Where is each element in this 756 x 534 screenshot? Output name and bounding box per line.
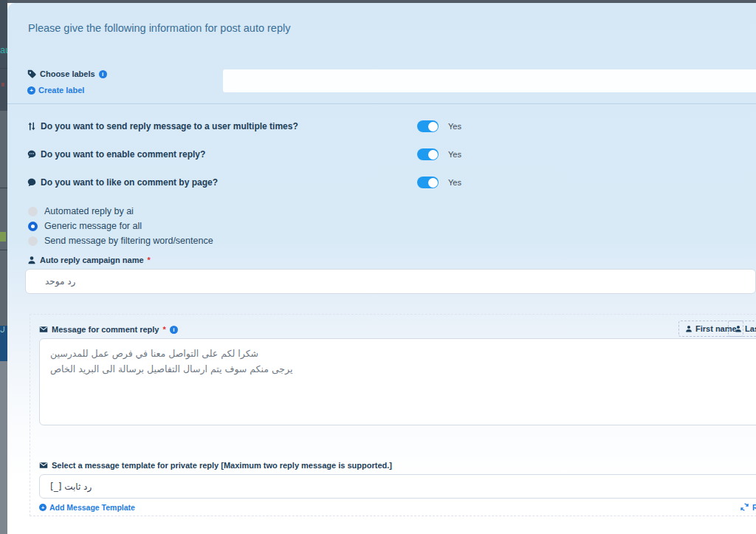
post-auto-reply-modal: Please give the following information fo… bbox=[7, 3, 756, 534]
create-label-link[interactable]: + Create label bbox=[27, 86, 84, 95]
person-icon bbox=[735, 325, 742, 332]
envelope-icon bbox=[39, 461, 48, 470]
screen: au ل Please give the following informati… bbox=[0, 0, 756, 534]
sort-arrows-icon bbox=[27, 122, 36, 131]
create-label-text: Create label bbox=[38, 86, 84, 95]
refresh-link[interactable]: Refresh bbox=[740, 503, 756, 512]
campaign-name-input[interactable] bbox=[25, 269, 756, 294]
refresh-text: Refresh bbox=[752, 503, 756, 512]
comment-reply-textarea[interactable]: شكرا لكم على التواصل معنا في فرص عمل للم… bbox=[39, 338, 756, 425]
required-asterisk: * bbox=[148, 256, 151, 264]
toggle-multiple-times[interactable] bbox=[417, 120, 439, 132]
add-message-template-link[interactable]: + Add Message Template bbox=[39, 503, 135, 512]
section-divider bbox=[7, 103, 756, 104]
add-template-text: Add Message Template bbox=[49, 503, 135, 512]
background-sidebar-strip: au ل bbox=[0, 0, 7, 534]
radio-icon bbox=[28, 236, 38, 246]
toggle-multiple-times-state: Yes bbox=[448, 120, 461, 132]
radio-selected-icon bbox=[28, 222, 38, 231]
sidebar-navy-item: ل bbox=[0, 326, 7, 361]
comment-reply-label: Message for comment reply * i bbox=[39, 325, 178, 334]
required-asterisk: * bbox=[163, 325, 166, 334]
radio-label: Send message by filtering word/sentence bbox=[44, 236, 213, 246]
tag-icon bbox=[27, 69, 36, 78]
sidebar-green-item bbox=[0, 232, 6, 242]
sidebar-divider bbox=[0, 68, 7, 69]
question-comment-reply: Do you want to enable comment reply? bbox=[27, 148, 205, 161]
template-selected-value: [_] رد ثابت bbox=[50, 482, 92, 492]
plus-icon: + bbox=[39, 504, 47, 511]
insert-last-name-button[interactable]: Last name bbox=[728, 321, 756, 337]
comment-reply-text: Message for comment reply bbox=[52, 325, 159, 334]
comment-icon bbox=[27, 178, 36, 187]
question-text: Do you want to send reply message to a u… bbox=[41, 121, 298, 131]
template-select-text: Select a message template for private re… bbox=[52, 461, 392, 470]
refresh-icon bbox=[740, 503, 749, 512]
question-text: Do you want to like on comment by page? bbox=[41, 177, 218, 188]
insert-last-name-label: Last name bbox=[745, 324, 756, 333]
radio-option-generic-message[interactable]: Generic message for all bbox=[28, 220, 142, 232]
sidebar-segment bbox=[0, 361, 7, 534]
question-text: Do you want to enable comment reply? bbox=[41, 149, 205, 160]
toggle-knob bbox=[428, 122, 438, 131]
sidebar-divider bbox=[0, 250, 7, 250]
choose-labels-text: Choose labels bbox=[40, 69, 95, 78]
toggle-like-comment-state: Yes bbox=[448, 177, 461, 188]
info-icon[interactable]: i bbox=[170, 326, 178, 334]
comment-reply-section: Message for comment reply * i First name… bbox=[30, 314, 756, 516]
radio-label: Automated reply by ai bbox=[44, 206, 134, 216]
template-select-label: Select a message template for private re… bbox=[39, 461, 392, 470]
choose-labels-label: Choose labels i bbox=[27, 69, 107, 78]
toggle-comment-reply[interactable] bbox=[417, 148, 439, 160]
question-multiple-times: Do you want to send reply message to a u… bbox=[27, 120, 298, 133]
toggle-knob bbox=[428, 178, 438, 188]
labels-select[interactable] bbox=[223, 69, 756, 92]
toggle-comment-reply-state: Yes bbox=[448, 148, 461, 160]
person-icon bbox=[27, 256, 36, 264]
info-icon[interactable]: i bbox=[99, 70, 107, 78]
sidebar-dot bbox=[1, 83, 4, 86]
plus-icon: + bbox=[27, 86, 35, 95]
sidebar-text-fragment: au bbox=[0, 44, 7, 55]
template-select[interactable]: [_] رد ثابت bbox=[39, 474, 756, 499]
modal-title: Please give the following information fo… bbox=[28, 22, 290, 34]
question-like-comment: Do you want to like on comment by page? bbox=[27, 176, 218, 189]
radio-icon bbox=[28, 207, 38, 216]
sidebar-segment bbox=[0, 0, 7, 111]
radio-option-automated-ai[interactable]: Automated reply by ai bbox=[28, 205, 134, 217]
toggle-knob bbox=[428, 150, 438, 160]
radio-label: Generic message for all bbox=[44, 221, 142, 231]
toggle-like-comment[interactable] bbox=[417, 177, 439, 188]
person-icon bbox=[685, 325, 693, 332]
sidebar-divider bbox=[0, 188, 7, 188]
campaign-name-label: Auto reply campaign name * bbox=[27, 256, 151, 264]
campaign-name-text: Auto reply campaign name bbox=[40, 256, 144, 264]
radio-option-filter-word[interactable]: Send message by filtering word/sentence bbox=[28, 235, 213, 247]
envelope-icon bbox=[39, 325, 48, 334]
comment-dots-icon bbox=[27, 150, 36, 159]
